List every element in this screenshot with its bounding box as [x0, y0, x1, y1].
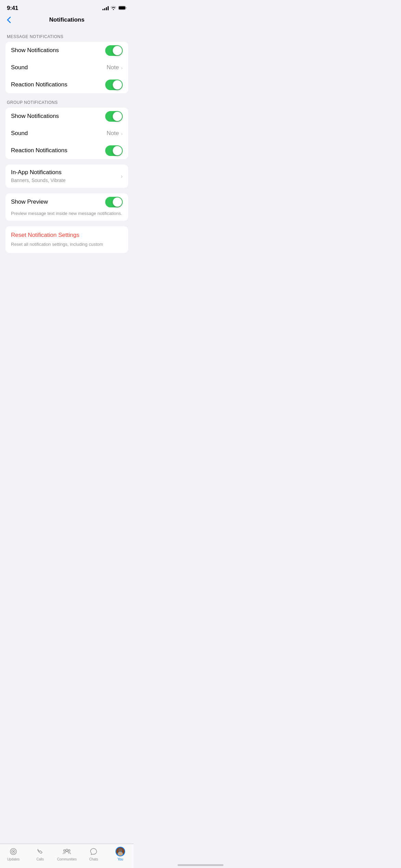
message-reaction-notifications-toggle[interactable] [105, 80, 123, 90]
message-notifications-section: MESSAGE NOTIFICATIONS Show Notifications… [0, 27, 134, 93]
status-bar: 9:41 [0, 0, 134, 14]
show-preview-label: Show Preview [11, 198, 48, 206]
signal-icon [102, 6, 109, 10]
message-reaction-notifications-row: Reaction Notifications [5, 76, 128, 93]
nav-bar: Notifications [0, 14, 134, 27]
content: MESSAGE NOTIFICATIONS Show Notifications… [0, 27, 134, 280]
reset-notifications-button[interactable]: Reset Notification Settings [11, 232, 123, 239]
message-notifications-card: Show Notifications Sound Note › Reaction… [5, 42, 128, 93]
page-title: Notifications [49, 16, 85, 23]
group-sound-label: Sound [11, 130, 28, 137]
inapp-notifications-subtitle: Banners, Sounds, Vibrate [11, 177, 121, 184]
wifi-icon [111, 5, 116, 11]
message-show-notifications-label: Show Notifications [11, 47, 59, 54]
message-sound-label: Sound [11, 64, 28, 71]
group-sound-row[interactable]: Sound Note › [5, 125, 128, 142]
back-button[interactable] [5, 15, 12, 25]
status-icons [102, 5, 127, 11]
group-show-notifications-toggle[interactable] [105, 111, 123, 122]
group-notifications-header: GROUP NOTIFICATIONS [0, 93, 134, 108]
message-sound-value: Note [107, 64, 119, 71]
message-sound-chevron-icon: › [121, 65, 123, 71]
message-sound-right: Note › [107, 64, 123, 71]
group-show-notifications-label: Show Notifications [11, 112, 59, 120]
group-reaction-notifications-toggle[interactable] [105, 145, 123, 156]
message-reaction-notifications-label: Reaction Notifications [11, 81, 67, 88]
group-sound-value: Note [107, 130, 119, 137]
group-notifications-section: GROUP NOTIFICATIONS Show Notifications S… [0, 93, 134, 159]
inapp-notifications-chevron-icon: › [121, 173, 123, 180]
show-preview-toggle[interactable] [105, 197, 123, 207]
inapp-notifications-card[interactable]: In-App Notifications Banners, Sounds, Vi… [5, 165, 128, 188]
svg-rect-1 [119, 7, 125, 10]
inapp-notifications-row[interactable]: In-App Notifications Banners, Sounds, Vi… [5, 165, 128, 188]
reset-notifications-card: Reset Notification Settings Reset all no… [5, 226, 128, 253]
message-show-notifications-toggle[interactable] [105, 45, 123, 56]
message-sound-row[interactable]: Sound Note › [5, 59, 128, 76]
show-preview-card: Show Preview Preview message text inside… [5, 193, 128, 221]
group-reaction-notifications-row: Reaction Notifications [5, 142, 128, 159]
group-sound-chevron-icon: › [121, 131, 123, 136]
group-show-notifications-row: Show Notifications [5, 108, 128, 125]
message-notifications-header: MESSAGE NOTIFICATIONS [0, 27, 134, 42]
group-notifications-card: Show Notifications Sound Note › Reaction… [5, 108, 128, 159]
reset-notifications-label: Reset Notification Settings [11, 232, 79, 238]
status-time: 9:41 [7, 5, 18, 12]
group-reaction-notifications-label: Reaction Notifications [11, 147, 67, 154]
show-preview-description: Preview message text inside new message … [11, 210, 123, 221]
message-show-notifications-row: Show Notifications [5, 42, 128, 59]
inapp-text-block: In-App Notifications Banners, Sounds, Vi… [11, 169, 121, 184]
battery-icon [118, 5, 127, 11]
reset-notifications-description: Reset all notification settings, includi… [11, 241, 123, 248]
show-preview-row: Show Preview [11, 193, 123, 210]
inapp-notifications-title: In-App Notifications [11, 169, 121, 176]
group-sound-right: Note › [107, 130, 123, 137]
